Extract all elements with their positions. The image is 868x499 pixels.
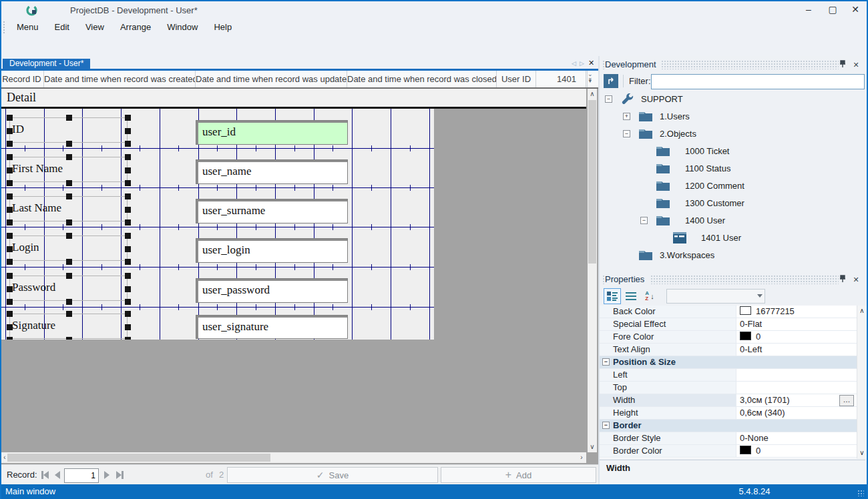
property-row-position-size[interactable]: Position & Size−: [600, 356, 857, 369]
scrollbar-thumb[interactable]: [7, 454, 270, 462]
property-value[interactable]: 16777215: [736, 306, 857, 318]
selection-handle[interactable]: [7, 154, 13, 160]
selection-handle[interactable]: [125, 233, 131, 239]
menu-item-edit[interactable]: Edit: [47, 20, 77, 35]
tree-expander-minus[interactable]: −: [640, 217, 648, 224]
field-label-user_surname[interactable]: Last Name: [9, 196, 128, 221]
close-panel-icon[interactable]: ✕: [851, 60, 861, 71]
tab-scroll-right-icon[interactable]: ▷: [580, 60, 584, 67]
selection-handle[interactable]: [125, 259, 131, 265]
pin-icon[interactable]: [837, 60, 848, 71]
selection-handle[interactable]: [7, 128, 13, 134]
property-row-special-effect[interactable]: Special Effect0-Flat: [600, 318, 857, 331]
scroll-right-icon[interactable]: ›: [577, 454, 586, 462]
selection-handle[interactable]: [66, 259, 72, 265]
selection-handle[interactable]: [125, 128, 131, 134]
ellipsis-button[interactable]: …: [839, 395, 854, 406]
property-row-border-style[interactable]: Border Style0-None: [600, 432, 857, 445]
previous-record-button[interactable]: [55, 470, 60, 480]
selection-handle[interactable]: [66, 154, 72, 160]
scroll-up-icon[interactable]: ∧: [857, 307, 867, 315]
selection-handle[interactable]: [66, 219, 72, 225]
field-label-user_name[interactable]: First Name: [9, 157, 128, 182]
scroll-down-icon[interactable]: ∨: [857, 449, 867, 457]
property-row-left[interactable]: Left: [600, 369, 857, 382]
selection-handle[interactable]: [125, 180, 131, 186]
selection-handle[interactable]: [7, 311, 13, 317]
add-record-button[interactable]: + Add: [441, 467, 596, 483]
selection-handle[interactable]: [66, 141, 72, 147]
resize-grip[interactable]: [857, 490, 864, 496]
column-header-4[interactable]: Date and time when record was closed: [347, 71, 497, 87]
categorized-view-button[interactable]: [604, 288, 621, 304]
property-value[interactable]: 0-Flat: [736, 318, 857, 330]
tree-item-1200-comment[interactable]: 1200 Comment: [600, 177, 865, 195]
property-value[interactable]: 0: [736, 331, 857, 343]
minimize-button[interactable]: –: [797, 0, 820, 19]
tree-expander-minus[interactable]: −: [623, 130, 630, 137]
scrollbar-thumb[interactable]: [588, 100, 596, 264]
property-value[interactable]: 0,6см (340): [736, 407, 857, 419]
designer-vertical-scrollbar[interactable]: ∧ ∨: [588, 89, 597, 452]
navigate-button[interactable]: [604, 74, 618, 88]
header-overflow-icon[interactable]: ⌄⌄▾: [588, 73, 593, 83]
column-header-5[interactable]: User ID: [497, 71, 536, 87]
scroll-up-icon[interactable]: ∧: [588, 90, 597, 98]
selection-handle[interactable]: [125, 299, 131, 305]
menu-item-view[interactable]: View: [77, 20, 112, 35]
selection-handle[interactable]: [125, 154, 131, 160]
property-row-top[interactable]: Top: [600, 382, 857, 394]
sort-az-button[interactable]: AZ ↓: [641, 288, 658, 304]
tree-item-1401-user[interactable]: 1401 User: [600, 229, 865, 247]
selection-handle[interactable]: [66, 233, 72, 239]
selection-handle[interactable]: [125, 207, 131, 213]
tab-scroll-left-icon[interactable]: ◁: [572, 60, 576, 67]
column-header-3[interactable]: Date and time when record was updated: [196, 71, 347, 87]
selection-handle[interactable]: [7, 180, 13, 186]
maximize-button[interactable]: ▢: [821, 0, 844, 19]
tree-item-3-workspaces[interactable]: 3.Workspaces: [600, 247, 865, 264]
menu-item-menu[interactable]: Menu: [9, 20, 47, 35]
tree-item-1100-status[interactable]: 1100 Status: [600, 160, 865, 177]
selection-handle[interactable]: [66, 193, 72, 199]
last-record-button[interactable]: [116, 470, 124, 480]
column-header-6[interactable]: 1401: [536, 71, 586, 87]
menu-item-help[interactable]: Help: [206, 20, 240, 35]
menu-item-arrange[interactable]: Arrange: [112, 20, 159, 35]
selection-handle[interactable]: [7, 207, 13, 213]
detail-band-header[interactable]: Detail: [1, 89, 586, 107]
field-user_signature[interactable]: user_signature: [196, 315, 348, 339]
property-value[interactable]: 0-None: [736, 432, 857, 444]
property-value[interactable]: 3,0см (1701): [736, 394, 857, 406]
selection-handle[interactable]: [125, 286, 131, 292]
selection-handle[interactable]: [7, 337, 13, 340]
tree-expander-minus[interactable]: −: [605, 95, 612, 103]
propgrid-scrollbar[interactable]: ∧ ∨: [857, 306, 867, 458]
close-panel-icon[interactable]: ✕: [851, 275, 861, 286]
property-selector-combobox[interactable]: [666, 289, 765, 304]
selection-handle[interactable]: [125, 337, 131, 340]
field-label-user_password[interactable]: Password: [9, 276, 128, 301]
selection-handle[interactable]: [125, 246, 131, 252]
selection-handle[interactable]: [66, 115, 72, 121]
selection-handle[interactable]: [7, 273, 13, 279]
tree-item-2-objects[interactable]: −2.Objects: [600, 125, 865, 143]
close-button[interactable]: ✕: [844, 0, 867, 19]
property-value[interactable]: [736, 382, 857, 394]
field-user_surname[interactable]: user_surname: [196, 199, 348, 223]
selection-handle[interactable]: [125, 115, 131, 121]
selection-handle[interactable]: [7, 167, 13, 173]
tree-expander-plus[interactable]: +: [623, 113, 630, 120]
property-row-border[interactable]: Border−: [600, 420, 857, 432]
tree-item-1300-customer[interactable]: 1300 Customer: [600, 195, 865, 212]
selection-handle[interactable]: [66, 337, 72, 340]
selection-handle[interactable]: [125, 273, 131, 279]
property-row-border-color[interactable]: Border Color0: [600, 445, 857, 458]
field-label-user_signature[interactable]: Signature: [9, 314, 128, 339]
field-label-user_id[interactable]: ID: [9, 117, 128, 143]
selection-handle[interactable]: [125, 193, 131, 199]
alphabetical-view-button[interactable]: [622, 288, 640, 304]
selection-handle[interactable]: [66, 273, 72, 279]
menu-item-window[interactable]: Window: [159, 20, 206, 35]
selection-handle[interactable]: [125, 311, 131, 317]
